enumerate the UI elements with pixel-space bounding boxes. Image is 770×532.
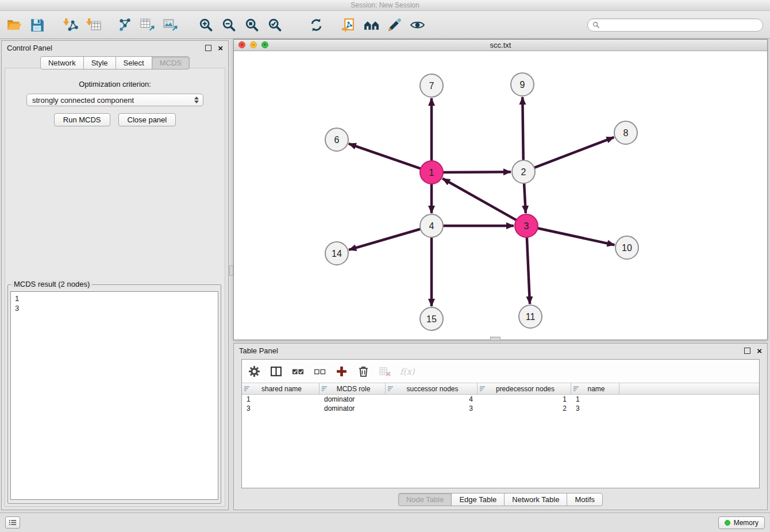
toggle-graphics-details-button[interactable] — [406, 13, 429, 36]
import-network-button[interactable] — [59, 13, 82, 36]
edge-1-2[interactable] — [442, 172, 511, 172]
node-14[interactable]: 14 — [325, 242, 348, 265]
node-8[interactable]: 8 — [614, 121, 637, 144]
column-header-MCDS-role[interactable]: MCDS role — [319, 383, 386, 394]
node-7[interactable]: 7 — [420, 74, 443, 97]
export-table-button[interactable] — [136, 13, 159, 36]
close-window-button[interactable] — [238, 41, 245, 48]
zoom-selected-button[interactable] — [263, 13, 286, 36]
column-header-shared-name[interactable]: shared name — [242, 383, 319, 394]
close-panel-button[interactable]: Close panel — [118, 113, 176, 126]
zoom-fit-button[interactable] — [240, 13, 263, 36]
deselect-all-checkboxes-icon — [314, 365, 326, 377]
edge-1-6[interactable] — [349, 144, 422, 169]
maximize-window-button[interactable] — [261, 41, 268, 48]
edge-3-11[interactable] — [527, 236, 530, 304]
tab-mcds[interactable]: MCDS — [152, 56, 190, 70]
minimize-window-button[interactable] — [250, 41, 257, 48]
first-neighbors-button[interactable] — [360, 13, 383, 36]
node-9[interactable]: 9 — [511, 73, 534, 96]
node-label: 8 — [623, 128, 629, 138]
tab-network-table[interactable]: Network Table — [504, 493, 567, 506]
node-15[interactable]: 15 — [420, 307, 443, 330]
splitter-grip-vertical[interactable] — [229, 265, 233, 276]
edge-4-14[interactable] — [349, 229, 422, 250]
node-4[interactable]: 4 — [420, 214, 443, 237]
export-network-button[interactable] — [113, 13, 136, 36]
node-label: 10 — [622, 243, 632, 253]
gear-icon — [248, 365, 260, 377]
status-menu-button[interactable] — [5, 516, 20, 529]
table-cell: 1 — [478, 395, 571, 404]
save-session-button[interactable] — [25, 13, 48, 36]
open-session-button[interactable] — [2, 13, 25, 36]
zoom-in-button[interactable] — [194, 13, 217, 36]
column-label: predecessor nodes — [487, 385, 563, 393]
close-table-panel-button[interactable] — [757, 346, 762, 355]
zoom-out-button[interactable] — [217, 13, 240, 36]
memory-button[interactable]: Memory — [718, 516, 765, 529]
edge-2-9[interactable] — [522, 97, 523, 161]
network-graph[interactable]: 7968124314101511 — [234, 51, 767, 340]
tab-motifs[interactable]: Motifs — [567, 493, 603, 506]
split-columns-button[interactable] — [267, 363, 285, 380]
tab-node-table[interactable]: Node Table — [398, 493, 452, 506]
apply-layout-button[interactable] — [305, 13, 328, 36]
table-cell: 3 — [571, 404, 619, 413]
close-panel-icon-button[interactable] — [218, 44, 223, 52]
edge-3-1[interactable] — [442, 179, 517, 221]
node-11[interactable]: 11 — [519, 305, 542, 328]
table-row[interactable]: 1dominator411 — [242, 395, 759, 404]
edge-3-10[interactable] — [537, 228, 615, 245]
column-header-successor-nodes[interactable]: successor nodes — [386, 383, 478, 394]
gear-button[interactable] — [245, 363, 263, 380]
import-table-button[interactable] — [82, 13, 105, 36]
edge-2-3[interactable] — [524, 182, 526, 213]
node-label: 14 — [332, 249, 342, 259]
search-input[interactable] — [602, 20, 758, 29]
column-header-predecessor-nodes[interactable]: predecessor nodes — [478, 383, 571, 394]
style-brush-button[interactable] — [383, 13, 406, 36]
splitter-grip-horizontal[interactable] — [490, 337, 500, 341]
select-all-checkboxes-icon — [292, 365, 304, 377]
search-icon — [592, 21, 602, 28]
node-6[interactable]: 6 — [325, 128, 348, 151]
table-row[interactable]: 3dominator323 — [242, 404, 759, 413]
apply-layout-icon — [309, 18, 324, 32]
tab-network[interactable]: Network — [40, 56, 84, 70]
node-3[interactable]: 3 — [515, 214, 538, 237]
tab-edge-table[interactable]: Edge Table — [451, 493, 505, 506]
float-table-panel-button[interactable] — [744, 348, 750, 354]
split-columns-icon — [270, 365, 282, 377]
toolbar-group — [305, 13, 328, 36]
table-toolbar: f(x) — [242, 360, 759, 383]
float-panel-button[interactable] — [205, 45, 211, 51]
import-network-icon — [63, 18, 78, 32]
table-container: f(x) shared nameMCDS rolesuccessor nodes… — [241, 359, 760, 488]
tab-select[interactable]: Select — [116, 56, 152, 70]
node-10[interactable]: 10 — [615, 236, 638, 259]
select-all-checkboxes-button[interactable] — [289, 363, 307, 380]
delete-row-button[interactable] — [355, 363, 372, 380]
delete-column-icon — [379, 365, 391, 377]
search-box[interactable] — [587, 18, 763, 32]
network-document-icon — [341, 18, 356, 32]
node-1[interactable]: 1 — [420, 161, 443, 184]
tab-style[interactable]: Style — [83, 56, 116, 70]
table-cell: 3 — [242, 404, 319, 413]
add-column-button[interactable] — [333, 363, 351, 380]
node-2[interactable]: 2 — [512, 160, 535, 183]
app-window: Session: New Session Control Panel Netwo… — [0, 0, 770, 532]
sort-icon — [573, 385, 581, 392]
network-canvas[interactable]: 7968124314101511 — [234, 51, 767, 340]
node-label: 15 — [426, 314, 437, 324]
first-neighbors-icon — [364, 18, 379, 32]
edge-2-8[interactable] — [533, 137, 614, 168]
export-image-button[interactable] — [159, 13, 182, 36]
network-document-button[interactable] — [337, 13, 360, 36]
optimization-criterion-select[interactable]: strongly connected component — [26, 94, 203, 106]
run-mcds-button[interactable]: Run MCDS — [54, 113, 110, 126]
column-header-name[interactable]: name — [571, 383, 619, 394]
deselect-all-checkboxes-button[interactable] — [311, 363, 329, 380]
mcds-result-list[interactable]: 13 — [10, 291, 218, 500]
